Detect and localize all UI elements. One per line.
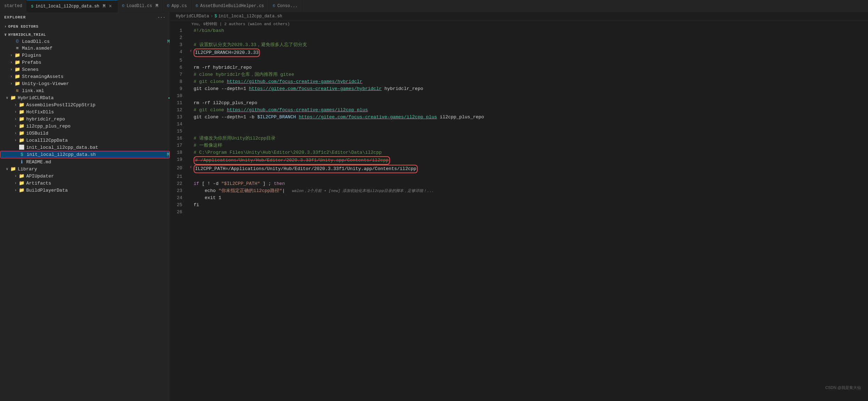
gutter-icon-4: ⚡ (190, 49, 192, 53)
tab-bar: started $ init_local_il2cpp_data.sh M × … (0, 0, 868, 12)
sidebar-item-iosbuild[interactable]: › 📁 iOSBuild (0, 130, 170, 137)
line-num-13: 13 (170, 114, 188, 121)
link-8: https://github.com/focus-creative-games/… (227, 79, 362, 84)
filename-artifacts: Artifacts (26, 181, 170, 186)
watermark: CSDN @我是黄大仙 (825, 385, 861, 390)
filename-il2cpprepo: il2cpp_plus_repo (26, 124, 170, 129)
sidebar-item-mainasmdef[interactable]: ≡ Main.asmdef (0, 45, 170, 52)
tab-loaddll-icon: © (122, 4, 124, 8)
icon-hybridclrrepo: 📁 (18, 116, 25, 122)
sidebar-item-scenes[interactable]: › 📁 Scenes (0, 66, 170, 73)
filename-sh: init_local_il2cpp_data.sh (27, 152, 166, 157)
line-num-25: 25 (170, 202, 188, 209)
filename-iosbuild: iOSBuild (26, 131, 170, 136)
var-il2cpbranch: $IL2CPP_BRANCH (257, 114, 296, 120)
filename-library: Library (18, 166, 170, 172)
chevron-apiupdater: › (13, 174, 18, 178)
sidebar-item-readme[interactable]: ℹ README.md (0, 158, 170, 165)
sidebar-item-prefabs[interactable]: › 📁 Prefabs (0, 59, 170, 66)
sidebar-item-hotfixdlls[interactable]: › 📁 HotFixDlls (0, 108, 170, 115)
chevron-iosbuild: › (13, 131, 18, 135)
icon-artifacts: 📁 (18, 180, 25, 186)
annotated-line20: IL2CPP_PATH=/Applications/Unity/Hub/Edit… (194, 165, 418, 173)
icon-iosbuild: 📁 (18, 130, 25, 136)
sidebar-item-bat[interactable]: ⬜ init_local_il2cpp_data.bat (0, 144, 170, 151)
code-container[interactable]: 1 #!/bin/bash 2 3 # 设置默认分支为2020.3.33，避免很… (170, 27, 868, 401)
sidebar-item-il2cpprepo[interactable]: › 📁 il2cpp_plus_repo (0, 123, 170, 130)
sidebar-item-linkxml[interactable]: ≋ link.xml (0, 87, 170, 94)
tab-assetbundle[interactable]: © AssetBundleBuildHelper.cs (191, 0, 269, 12)
icon-il2cpprepo: 📁 (18, 123, 25, 129)
chevron-library: ∨ (4, 167, 10, 171)
str-echo: "你未指定正确的il2cpp路径" (218, 188, 282, 193)
kw-then: then (274, 181, 285, 186)
icon-prefabs: 📁 (14, 60, 21, 65)
section-hybridclr-trial: ∨HYBRIDCLR_TRIAL (0, 30, 170, 38)
code-line-24: 24 exit 1 (170, 194, 868, 202)
sidebar-item-assemblies[interactable]: › 📁 AssembliesPostIl2CppStrip (0, 101, 170, 108)
sidebar-item-artifacts[interactable]: › 📁 Artifacts (0, 180, 170, 187)
line-num-7: 7 (170, 71, 188, 78)
code-line-21: 21 (170, 173, 868, 180)
filename-scenes: Scenes (22, 67, 170, 72)
filename-logs: Unity-Logs-Viewer (22, 81, 170, 86)
filename-assemblies: AssembliesPostIl2CppStrip (26, 102, 170, 108)
line-num-8: 8 (170, 78, 188, 85)
tab-loaddll-modified: M (156, 4, 158, 9)
sidebar-item-library[interactable]: ∨ 📁 Library (0, 165, 170, 173)
line-content-19: # /Applications/Unity/Hub/Editor/2020.3.… (194, 156, 868, 165)
sidebar-header: EXPLORER ··· (0, 12, 170, 22)
sidebar-item-logs[interactable]: › 📁 Unity-Logs-Viewer (0, 80, 170, 87)
annotated-line19: # /Applications/Unity/Hub/Editor/2020.3.… (194, 156, 390, 165)
link-13: https://gitee.com/focus-creative-games/i… (299, 114, 437, 120)
tab-loaddll[interactable]: © LoadDll.cs M (118, 0, 163, 12)
sidebar-item-streaming[interactable]: › 📁 StreamingAssets (0, 73, 170, 80)
filename-bat: init_local_il2cpp_data.bat (26, 145, 170, 150)
code-line-12: 12 # git clone https://github.com/focus-… (170, 107, 868, 114)
icon-localil2cpp: 📁 (18, 137, 25, 143)
icon-sh: $ (19, 152, 25, 157)
line-content-1: #!/bin/bash (194, 27, 868, 34)
code-line-20: 20 ⚡ IL2CPP_PATH=/Applications/Unity/Hub… (170, 165, 868, 173)
kw-if: if (194, 181, 199, 186)
tab-init-local-close[interactable]: × (107, 4, 113, 9)
blame-text: You, 9秒钟前 | 2 authors (walon and others) (191, 22, 290, 26)
filename-hybridclrdata: HybridCLRData (18, 95, 167, 101)
sidebar-item-buildplayer[interactable]: › 📁 BuildPlayerData (0, 187, 170, 194)
line-num-6: 6 (170, 64, 188, 71)
line-num-4: 4 (170, 49, 188, 56)
tab-app[interactable]: © App.cs (163, 0, 191, 12)
sidebar-item-localil2cpp[interactable]: › 📁 LocalIl2CppData (0, 137, 170, 144)
sidebar-more-icon[interactable]: ··· (157, 15, 166, 19)
sidebar-item-plugins[interactable]: › 📁 Plugins (0, 52, 170, 59)
sidebar-item-hybridclrdata[interactable]: ∨ 📁 HybridCLRData ● (0, 94, 170, 101)
tab-started[interactable]: started (0, 0, 27, 12)
sidebar-item-sh[interactable]: $ init_local_il2cpp_data.sh M (0, 151, 170, 158)
filename-buildplayer: BuildPlayerData (26, 188, 170, 193)
tab-app-label: App.cs (172, 4, 187, 9)
code-line-9: 9 git clone --depth=1 https://gitee.com/… (170, 85, 868, 92)
filename-plugins: Plugins (22, 53, 170, 58)
filename-streaming: StreamingAssets (22, 74, 170, 79)
icon-mainasmdef: ≡ (14, 46, 21, 51)
line-num-24: 24 (170, 194, 188, 202)
main-layout: EXPLORER ··· ›OPEN EDITORS ∨HYBRIDCLR_TR… (0, 12, 868, 401)
filename-readme: README.md (26, 159, 170, 165)
tab-app-icon: © (167, 4, 169, 8)
sidebar-item-loaddll[interactable]: © LoadDll.cs M (0, 38, 170, 45)
sidebar-item-hybridclrrepo[interactable]: › 📁 hybridclr_repo (0, 115, 170, 123)
sidebar-item-apiupdater[interactable]: › 📁 APIUpdater (0, 173, 170, 180)
icon-linkxml: ≋ (14, 88, 21, 94)
tab-conso[interactable]: © Conso... (269, 0, 302, 12)
code-line-19: 19 # /Applications/Unity/Hub/Editor/2020… (170, 156, 868, 165)
filename-hotfixdlls: HotFixDlls (26, 109, 170, 115)
line-num-11: 11 (170, 100, 188, 107)
filename-hybridclrrepo: hybridclr_repo (26, 117, 170, 122)
gutter-4: ⚡ (188, 49, 194, 53)
tab-init-local[interactable]: $ init_local_il2cpp_data.sh M × (27, 0, 118, 12)
code-line-3: 3 # 设置默认分支为2020.3.33，避免很多人忘了切分支 (170, 41, 868, 49)
filename-mainasmdef: Main.asmdef (22, 46, 170, 51)
code-line-7: 7 # clone hybridclr仓库，国内推荐用 gitee (170, 71, 868, 78)
tab-conso-label: Conso... (277, 4, 298, 9)
tab-assetbundle-label: AssetBundleBuildHelper.cs (200, 4, 264, 9)
